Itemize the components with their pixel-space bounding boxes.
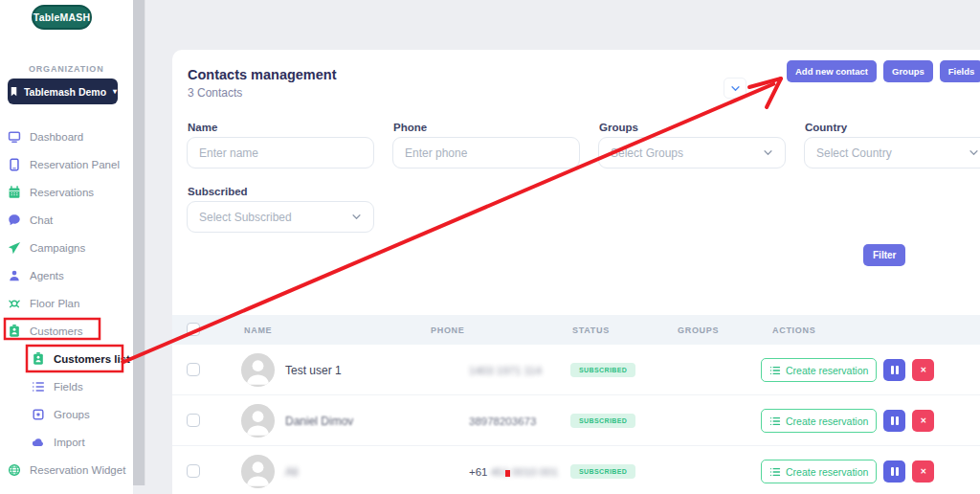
create-reservation-label: Create reservation [786,365,868,376]
table-row: Test user 1 1403 1971 114 SUBSCRIBED Cre… [172,345,980,395]
person-icon [8,269,21,282]
subscribed-filter-select[interactable]: Select Subscribed [187,201,374,233]
sidebar-scrollbar[interactable] [133,0,145,485]
table-row: Daniel Dimov 38978203673 SUBSCRIBED Crea… [172,395,980,446]
app-logo[interactable]: TableMASH [32,5,92,30]
groups-filter-value: Select Groups [611,146,683,160]
sidebar-item-reservations[interactable]: Reservations [0,178,133,206]
collapse-toggle[interactable] [724,78,746,99]
chevron-down-icon [730,83,741,94]
sidebar-item-label: Reservations [30,187,94,198]
pause-button[interactable] [883,410,905,432]
square-icon [32,408,45,421]
column-header-phone: PHONE [431,326,465,335]
sidebar-item-label: Fields [54,381,83,393]
sidebar-item-label: Groups [54,409,90,420]
groups-button[interactable]: Groups [883,60,933,82]
sidebar-item-reservation-panel[interactable]: Reservation Panel [0,150,133,178]
sidebar-item-dashboard[interactable]: Dashboard [0,123,133,150]
create-reservation-button[interactable]: Create reservation [761,358,877,382]
floorplan-icon [8,297,21,310]
bookmark-icon [9,86,19,97]
create-reservation-button[interactable]: Create reservation [761,460,877,483]
column-header-name: NAME [244,326,272,335]
sidebar-item-chat[interactable]: Chat [0,206,133,234]
create-reservation-label: Create reservation [786,415,868,427]
delete-button[interactable]: ✕ [912,359,934,381]
sidebar-item-label: Floor Plan [30,298,79,309]
table-body: Test user 1 1403 1971 114 SUBSCRIBED Cre… [172,345,980,494]
list-icon [769,466,781,478]
sidebar-item-label: Customers [30,326,83,337]
row-checkbox[interactable] [187,363,200,376]
add-new-contact-button[interactable]: Add new contact [787,60,877,82]
filter-button[interactable]: Filter [863,244,905,266]
table-header: NAME PHONE STATUS GROUPS ACTIONS [172,315,980,345]
contact-name: Ali [285,465,298,479]
sidebar-item-label: Import [54,437,85,448]
pause-button[interactable] [883,359,905,381]
contact-name: Daniel Dimov [285,415,353,428]
delete-button[interactable]: ✕ [912,410,934,432]
header-actions: Add new contact Groups Fields Export [787,60,980,82]
organization-selector[interactable]: Tablemash Demo ▾ [8,79,118,104]
app-logo-text: TableMASH [33,11,90,23]
pause-icon [891,366,900,374]
close-icon: ✕ [921,467,927,476]
chevron-down-icon [969,147,979,158]
country-filter-select[interactable]: Select Country [804,137,980,168]
sidebar-item-import[interactable]: Import [0,428,133,456]
sidebar-item-label: Agents [30,270,64,281]
subscribed-filter-value: Select Subscribed [199,211,292,224]
pause-button[interactable] [883,460,905,483]
fields-button[interactable]: Fields [940,60,980,82]
groups-filter-select[interactable]: Select Groups [598,137,786,168]
chevron-down-icon [763,147,773,158]
sidebar-item-label: Customers list [54,353,130,365]
contact-phone: +61 451 0010 001 [469,466,558,478]
globe-icon [8,463,21,477]
sidebar-item-groups[interactable]: Groups [0,400,133,428]
table-row: Ali +61 451 0010 001 SUBSCRIBED Create r… [172,446,980,494]
badge-icon [8,325,21,338]
contacts-card: Contacts management 3 Contacts Add new c… [172,50,980,494]
tablet-icon [8,158,21,171]
sidebar-item-customers-list[interactable]: Customers list [0,345,133,372]
name-filter-label: Name [188,122,217,133]
create-reservation-label: Create reservation [786,466,868,478]
select-all-checkbox[interactable] [187,323,200,336]
plane-icon [8,241,21,255]
avatar [241,455,275,488]
avatar [241,404,275,438]
sidebar-item-reservation-widget[interactable]: Reservation Widget [0,456,133,483]
contact-phone: 1403 1971 114 [469,365,542,376]
delete-button[interactable]: ✕ [912,460,934,483]
sidebar-item-fields[interactable]: Fields [0,372,133,400]
contact-name: Test user 1 [285,364,342,377]
sidebar-item-label: Dashboard [30,131,83,143]
person-icon [241,455,275,488]
phone-filter-input[interactable] [392,137,580,168]
chevron-down-icon [351,212,362,222]
row-checkbox[interactable] [187,414,200,427]
list-icon [769,365,781,376]
close-icon: ✕ [921,416,927,425]
column-header-status: STATUS [572,326,610,335]
contact-phone: 38978203673 [469,415,536,427]
sidebar-item-customers[interactable]: Customers [0,317,133,345]
sidebar-item-label: Reservation Panel [30,159,120,170]
row-checkbox[interactable] [187,464,200,478]
name-filter-input[interactable] [187,137,374,168]
calendar-icon [8,186,21,199]
phone-filter-label: Phone [393,122,427,133]
organization-name: Tablemash Demo [24,86,106,98]
create-reservation-button[interactable]: Create reservation [761,409,877,433]
pause-icon [891,467,900,476]
sidebar-item-campaigns[interactable]: Campaigns [0,234,133,261]
sidebar: TableMASH ORGANIZATION Tablemash Demo ▾ … [0,0,133,494]
sidebar-item-floor-plan[interactable]: Floor Plan [0,289,133,317]
list-icon [769,415,781,427]
sidebar-item-agents[interactable]: Agents [0,261,133,289]
app-window: TableMASH ORGANIZATION Tablemash Demo ▾ … [0,0,980,494]
organization-label: ORGANIZATION [29,64,103,74]
